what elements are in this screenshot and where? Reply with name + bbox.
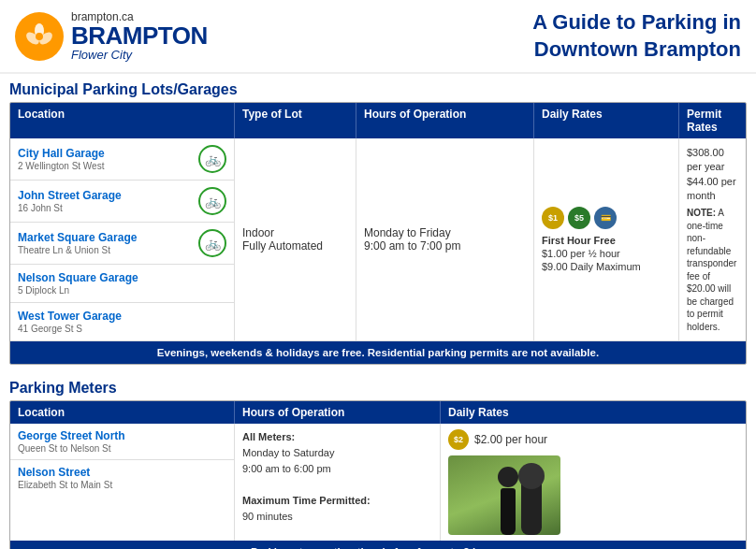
garage-sub: Theatre Ln & Union St [18,245,137,255]
meters-hours-cell: All Meters: Monday to Saturday 9:00 am t… [235,424,441,541]
daily-rate-3: $9.00 Daily Maximum [542,261,671,272]
col-location: Location [10,103,235,138]
permit-note: NOTE: A one-time non-refundable transpon… [687,207,738,333]
max-time-label: Maximum Time Permitted: [242,495,371,506]
coin-3: 💳 [594,207,617,229]
bike-icon: 🚲 [198,145,226,173]
meter-col-daily: Daily Rates [441,401,746,424]
coin-icons: $1 $5 💳 [542,207,671,229]
garages-table: Location Type of Lot Hours of Operation … [9,102,747,365]
bike-icon: 🚲 [198,187,226,215]
garage-sub: 16 John St [18,203,122,213]
meters-notice: Parking at any other time is free for up… [10,541,746,549]
meter-col-location: Location [10,401,235,424]
meters-daily-cell: $2 $2.00 per hour [441,424,746,541]
hours-cell: Monday to Friday 9:00 am to 7:00 pm [356,138,534,340]
garages-merged-right: Indoor Fully Automated Monday to Friday … [235,138,746,340]
daily-rate-2: $1.00 per ½ hour [542,248,671,259]
type-of-lot-cell: Indoor Fully Automated [235,138,356,340]
list-item: Nelson Street Elizabeth St to Main St [10,460,234,496]
meter-loc-name: Nelson Street [18,466,226,479]
list-item: Market Square Garage Theatre Ln & Union … [10,223,234,265]
garage-name: Market Square Garage [18,231,137,244]
type-line1: Indoor [242,226,348,239]
meter-loc-sub: Elizabeth St to Main St [18,480,226,490]
garage-name: Nelson Square Garage [18,271,138,284]
brampton-logo-icon [15,12,64,61]
hours-line2: 9:00 am to 7:00 pm [364,239,526,253]
note-text: A one-time non-refundable transponder fe… [687,208,736,332]
meter-col-hours: Hours of Operation [235,401,441,424]
garage-sub: 2 Wellington St West [18,161,105,171]
meter-daily-rate: $2.00 per hour [474,433,547,446]
meter-rate-row: $2 $2.00 per hour [448,429,738,450]
meters-locations-col: George Street North Queen St to Nelson S… [10,424,235,541]
permit-line2: $44.00 per month [687,175,738,204]
garage-name: John Street Garage [18,189,122,202]
garage-name: West Tower Garage [18,310,122,323]
logo-area: brampton.ca BRAMPTON Flower City [15,10,208,62]
logo-brampton: BRAMPTON [71,23,208,48]
coin-2: $5 [568,207,590,229]
meters-table-header: Location Hours of Operation Daily Rates [10,401,746,424]
all-meters-label: All Meters: [242,431,295,442]
permit-rates-cell: $308.00 per year $44.00 per month NOTE: … [679,138,746,340]
meters-section-title: Parking Meters [0,372,756,400]
logo-text: brampton.ca BRAMPTON Flower City [71,10,208,62]
permit-line1: $308.00 per year [687,146,738,175]
bike-icon: 🚲 [198,229,226,257]
meter-coin: $2 [448,429,469,450]
list-item: West Tower Garage 41 George St S [10,303,234,340]
col-hours: Hours of Operation [356,103,534,138]
garages-locations-col: City Hall Garage 2 Wellington St West 🚲 … [10,138,235,340]
garage-sub: 41 George St S [18,324,122,334]
type-line2: Fully Automated [242,239,348,253]
parking-meter-image [448,455,560,535]
daily-rate-1: First Hour Free [542,235,671,246]
list-item: City Hall Garage 2 Wellington St West 🚲 [10,138,234,181]
col-daily: Daily Rates [534,103,679,138]
garage-sub: 5 Diplock Ln [18,285,138,296]
meter-loc-sub: Queen St to Nelson St [18,443,226,454]
page-header: brampton.ca BRAMPTON Flower City A Guide… [0,0,756,74]
meter-loc-name: George Street North [18,429,226,442]
meters-rows: George Street North Queen St to Nelson S… [10,424,746,541]
garages-table-header: Location Type of Lot Hours of Operation … [10,103,746,138]
coin-1: $1 [542,207,564,229]
meters-hours-line1: Monday to Saturday [242,447,334,458]
hours-line1: Monday to Friday [364,226,526,239]
logo-flower: Flower City [71,48,208,62]
meter-image-area [448,455,738,535]
list-item: Nelson Square Garage 5 Diplock Ln [10,265,234,303]
list-item: John Street Garage 16 John St 🚲 [10,181,234,223]
note-label: NOTE: [687,208,716,218]
page-title: A Guide to Parking in Downtown Brampton [208,9,741,63]
svg-point-4 [36,33,43,40]
meters-hours-line2: 9:00 am to 6:00 pm [242,463,331,474]
garages-section-title: Municipal Parking Lots/Garages [0,74,756,102]
max-time-value: 90 minutes [242,511,293,522]
col-type: Type of Lot [235,103,356,138]
list-item: George Street North Queen St to Nelson S… [10,424,234,460]
daily-rates-cell: $1 $5 💳 First Hour Free $1.00 per ½ hour… [534,138,679,340]
garages-rows: City Hall Garage 2 Wellington St West 🚲 … [10,138,746,341]
col-permit: Permit Rates [679,103,746,138]
garage-name: City Hall Garage [18,147,105,160]
meters-table: Location Hours of Operation Daily Rates … [9,400,747,549]
garages-notice: Evenings, weekends & holidays are free. … [10,341,746,364]
